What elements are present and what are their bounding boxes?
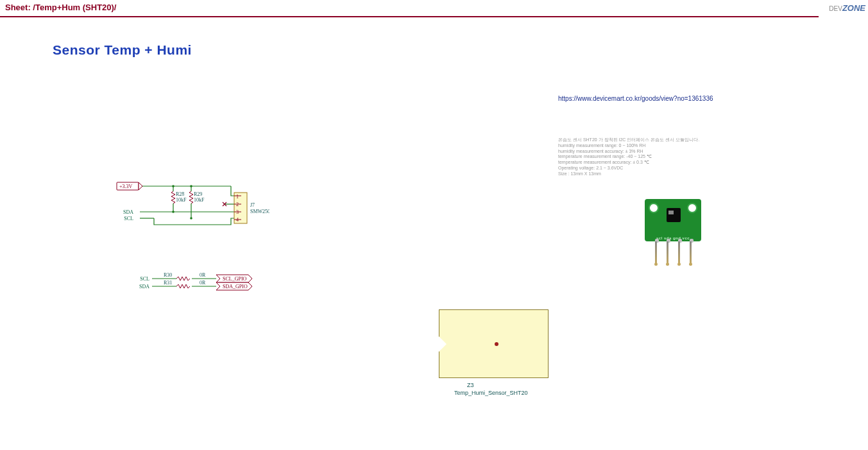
pin-leg bbox=[655, 241, 657, 264]
spec-line: humidity measurement accuracy: ± 3% RH bbox=[558, 149, 699, 155]
schematic-main: +3.3V R28 10kF R29 10kF SDA SCL 1 2 3 4 … bbox=[115, 180, 269, 231]
sheet-path: Sheet: /Temp+Hum (SHT20)/ bbox=[5, 3, 116, 12]
r29-val: 10kF bbox=[194, 197, 205, 203]
svg-point-6 bbox=[190, 217, 192, 220]
net2-scl: SCL bbox=[140, 276, 149, 282]
svg-marker-1 bbox=[139, 182, 142, 190]
module-ref: Z3 bbox=[467, 382, 474, 388]
pin-1: 1 bbox=[236, 194, 239, 200]
tag-scl: SCL_GPIO bbox=[223, 276, 247, 282]
spec-block: 온습도 센서 SHT20 가 장착된 I2C 인터페이스 온습도 센서 모듈입니… bbox=[558, 137, 699, 177]
conn-ref: J7 bbox=[250, 202, 255, 208]
pin-leg bbox=[678, 241, 680, 264]
r30-ref: R30 bbox=[164, 273, 172, 278]
module-name: Temp_Humi_Sensor_SHT20 bbox=[454, 390, 528, 396]
pin-leg bbox=[690, 241, 692, 264]
net2-sda: SDA bbox=[139, 284, 149, 290]
spec-line: Operating voltage: 2.1 ~ 3.6VDC bbox=[558, 166, 699, 171]
r30-val: 0R bbox=[200, 273, 206, 278]
r31-val: 0R bbox=[200, 280, 206, 286]
logo-zone: ZONE bbox=[842, 3, 865, 13]
power-label: +3.3V bbox=[119, 184, 133, 189]
product-url[interactable]: https://www.devicemart.co.kr/goods/view?… bbox=[558, 95, 713, 102]
spec-line: temperature measurement range: -40 ~ 125… bbox=[558, 154, 699, 160]
logo: DEVZONE bbox=[829, 3, 865, 13]
r29-ref: R29 bbox=[194, 191, 202, 197]
sheet-divider bbox=[0, 16, 819, 17]
conn-val: SMW250-04 bbox=[250, 209, 269, 214]
net-scl: SCL bbox=[124, 216, 133, 221]
module-block[interactable] bbox=[439, 309, 549, 378]
origin-dot-icon bbox=[495, 342, 498, 346]
spec-line: 온습도 센서 SHT20 가 장착된 I2C 인터페이스 온습도 센서 모듈입니… bbox=[558, 137, 699, 143]
spec-line: Size : 13mm X 13mm bbox=[558, 171, 699, 177]
r28-val: 10kF bbox=[176, 197, 187, 203]
tag-sda: SDA_GPIO bbox=[223, 284, 248, 290]
logo-dev: DEV bbox=[829, 5, 842, 12]
r28-ref: R28 bbox=[176, 191, 184, 197]
pin-leg bbox=[667, 241, 668, 264]
spec-line: temperature measurement accuracy: ± 0.3 … bbox=[558, 160, 699, 166]
svg-point-5 bbox=[172, 211, 174, 213]
schematic-gpio: SCL SDA R30 R31 0R 0R SCL_GPIO SDA_GPIO bbox=[138, 273, 260, 295]
pcb-photo: scl sda gnd vcc bbox=[645, 199, 701, 241]
net-sda: SDA bbox=[123, 209, 133, 215]
page-title: Sensor Temp + Humi bbox=[53, 42, 192, 58]
spec-line: humidity measurement range: 0 ~ 100% RH bbox=[558, 143, 699, 149]
chip-icon bbox=[667, 208, 681, 222]
r31-ref: R31 bbox=[164, 280, 172, 286]
